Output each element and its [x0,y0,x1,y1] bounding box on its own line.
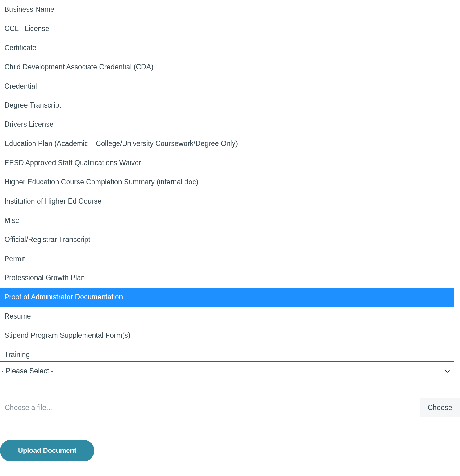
dropdown-item[interactable]: Official/Registrar Transcript [0,230,454,249]
dropdown-item[interactable]: Higher Education Course Completion Summa… [0,173,454,192]
dropdown-item[interactable]: Certificate [0,38,454,58]
dropdown-item[interactable]: Degree Transcript [0,96,454,115]
dropdown-item[interactable]: Permit [0,249,454,269]
dropdown-item[interactable]: Business Name [0,0,454,19]
dropdown-item[interactable]: EESD Approved Staff Qualifications Waive… [0,153,454,173]
dropdown-item[interactable]: Professional Growth Plan [0,268,454,288]
dropdown-item[interactable]: Stipend Program Supplemental Form(s) [0,326,454,345]
dropdown-item[interactable]: Proof of Administrator Documentation [0,288,454,307]
secondary-select[interactable]: - Please Select - [0,362,454,380]
dropdown-item[interactable]: Misc. [0,211,454,230]
file-path-input[interactable] [0,398,420,417]
dropdown-item[interactable]: Education Plan (Academic – College/Unive… [0,134,454,153]
dropdown-item[interactable]: Child Development Associate Credential (… [0,58,454,77]
dropdown-item[interactable]: CCL - License [0,19,454,38]
secondary-select-placeholder: - Please Select - [1,367,54,375]
dropdown-item[interactable]: Institution of Higher Ed Course [0,192,454,211]
dropdown-item[interactable]: Drivers License [0,115,454,134]
document-type-dropdown-list[interactable]: Business NameCCL - LicenseCertificateChi… [0,0,454,362]
chevron-down-icon [444,368,451,375]
upload-document-button[interactable]: Upload Document [0,440,94,461]
dropdown-item[interactable]: Training [0,345,454,362]
dropdown-item[interactable]: Resume [0,307,454,326]
file-chooser-row: Choose [0,398,460,417]
choose-file-button[interactable]: Choose [420,398,460,417]
dropdown-item[interactable]: Credential [0,77,454,96]
